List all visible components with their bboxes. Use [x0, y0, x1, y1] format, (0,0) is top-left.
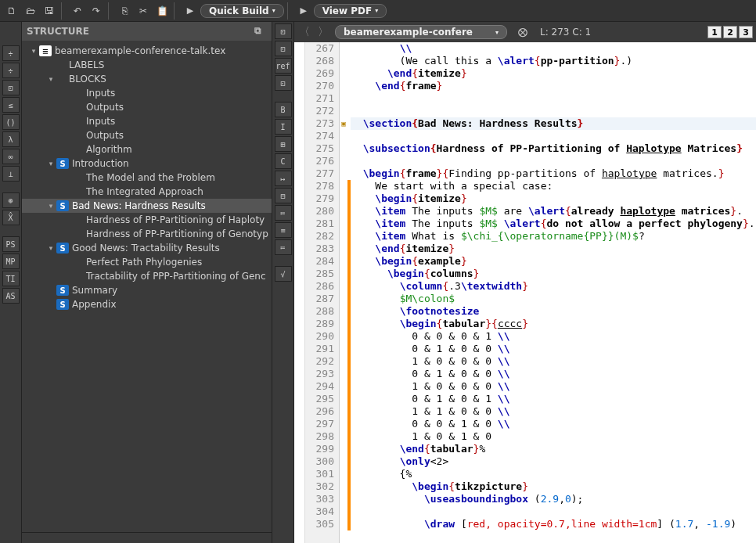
quick-build-dropdown[interactable]: Quick Build ▾	[200, 4, 284, 18]
editor-tool-button[interactable]: ⊡	[275, 41, 292, 56]
redo-icon[interactable]: ↷	[88, 2, 105, 20]
tree-item[interactable]: ▾SBad News: Hardness Results	[22, 199, 272, 213]
code-content[interactable]: \\ (We call this a \alert{pp-partition}.…	[351, 42, 756, 543]
tree-item-label: Tractability of PPP-Partitioning of Genc	[86, 271, 266, 282]
tree-item-label: Algorithm	[86, 144, 132, 155]
tree-expander-icon[interactable]: ▾	[28, 47, 39, 55]
editor-tool-button[interactable]: ≔	[275, 239, 292, 255]
tree-item[interactable]: ▾BLOCKS	[22, 72, 272, 86]
tree-item[interactable]: ▾SIntroduction	[22, 156, 272, 171]
tree-item-label: Summary	[72, 285, 117, 296]
view-pdf-label: View PDF	[322, 5, 373, 16]
structure-scrollbar[interactable]	[22, 532, 272, 543]
symbol-button[interactable]: PS	[2, 236, 20, 252]
copy-icon[interactable]: ⎘	[116, 2, 133, 20]
tree-item-label: The Model and the Problem	[86, 172, 215, 183]
tree-expander-icon[interactable]: ▾	[45, 244, 56, 252]
editor-tool-button[interactable]: ref	[275, 58, 292, 74]
tree-item[interactable]: ▾SGood News: Tractability Results	[22, 241, 272, 255]
save-icon[interactable]: 🖫	[41, 2, 58, 20]
tree-expander-icon[interactable]: ▾	[45, 160, 56, 167]
editor-tool-button[interactable]: ⊞	[275, 136, 292, 152]
bookmark-gutter[interactable]	[294, 42, 305, 543]
editor-tool-button[interactable]: C	[275, 153, 292, 169]
section-icon: S	[56, 243, 69, 254]
editor-tool-button[interactable]: B	[275, 102, 292, 117]
tree-item[interactable]: Hardness of PP-Partitioning of Genotyp	[22, 227, 272, 241]
tree-item[interactable]: Hardness of PP-Partitioning of Haploty	[22, 213, 272, 227]
panel-detach-icon[interactable]: ⧉	[254, 25, 267, 38]
layout-column-button[interactable]: 1	[707, 26, 722, 38]
symbol-button[interactable]: ÷	[2, 63, 20, 78]
symbol-button[interactable]: X̂	[2, 210, 20, 225]
symbol-button[interactable]: ≤	[2, 97, 20, 113]
tree-item-label: Hardness of PP-Partitioning of Haploty	[86, 214, 265, 225]
undo-icon[interactable]: ↶	[69, 2, 86, 20]
code-editor[interactable]: 2672682692702712722732742752762772782792…	[294, 42, 756, 543]
tree-item-label: LABELS	[69, 59, 104, 70]
tree-expander-icon[interactable]: ▾	[45, 202, 56, 210]
editor-tabbar: 〈 〉 beamerexample-confere ▾ ⨂ L: 273 C: …	[294, 22, 756, 42]
tree-item[interactable]: Algorithm	[22, 142, 272, 156]
new-file-icon[interactable]: 🗋	[3, 2, 20, 20]
fold-gutter[interactable]: ▣	[340, 42, 347, 543]
tree-item[interactable]: Inputs	[22, 114, 272, 128]
tree-item-label: Good News: Tractability Results	[72, 243, 220, 254]
editor-tool-button[interactable]: ⊡	[275, 75, 292, 91]
tree-item[interactable]: SSummary	[22, 283, 272, 297]
tab-close-icon[interactable]: ⨂	[518, 27, 527, 38]
tree-item[interactable]: ▾≡beamerexample-conference-talk.tex	[22, 44, 272, 58]
nav-forward-icon[interactable]: 〉	[316, 25, 330, 39]
run-icon[interactable]: ▶	[182, 2, 199, 20]
editor-tool-button[interactable]: √	[275, 266, 292, 282]
toolbar-separator	[287, 2, 292, 20]
tree-expander-icon[interactable]: ▾	[45, 75, 56, 83]
editor-tool-button[interactable]: ↦	[275, 171, 292, 186]
chevron-down-icon: ▾	[272, 7, 275, 14]
structure-tree[interactable]: ▾≡beamerexample-conference-talk.texLABEL…	[22, 41, 272, 532]
cut-icon[interactable]: ✂	[135, 2, 152, 20]
symbol-button[interactable]: ÷	[2, 45, 20, 61]
view-pdf-dropdown[interactable]: View PDF ▾	[314, 4, 387, 18]
layout-column-button[interactable]: 3	[739, 26, 753, 38]
editor-tool-button[interactable]: I	[275, 119, 292, 135]
editor-tool-button[interactable]: ≡	[275, 222, 292, 238]
editor-tool-button[interactable]: ⊟	[275, 188, 292, 203]
view-icon[interactable]: ▶	[295, 2, 312, 20]
symbol-button[interactable]: TI	[2, 271, 20, 286]
tree-item[interactable]: Outputs	[22, 100, 272, 114]
symbol-button[interactable]: AS	[2, 288, 20, 304]
tree-item[interactable]: SAppendix	[22, 297, 272, 311]
structure-title: STRUCTURE	[27, 26, 89, 37]
section-icon: S	[56, 158, 69, 169]
tree-item-label: Inputs	[86, 116, 115, 127]
symbol-button[interactable]: ⊡	[2, 80, 20, 95]
nav-back-icon[interactable]: 〈	[297, 25, 311, 39]
tree-item[interactable]: Inputs	[22, 86, 272, 100]
symbol-button[interactable]: MP	[2, 254, 20, 269]
tree-item[interactable]: The Integrated Approach	[22, 185, 272, 199]
tree-item[interactable]: LABELS	[22, 58, 272, 72]
tree-item-label: Perfect Path Phylogenies	[86, 257, 202, 268]
symbol-button[interactable]: ()	[2, 114, 20, 130]
editor-symbol-bar: ⊡⊡ref⊡BI⊞C↦⊟≔≡≔√	[272, 22, 294, 543]
tree-item-label: Appendix	[72, 299, 116, 310]
structure-panel: STRUCTURE ⧉ ▾≡beamerexample-conference-t…	[22, 22, 272, 543]
open-file-icon[interactable]: 🗁	[22, 2, 39, 20]
document-icon: ≡	[39, 45, 52, 56]
symbol-button[interactable]: ⊥	[2, 166, 20, 182]
symbol-button[interactable]: ∞	[2, 149, 20, 164]
main-area: ÷÷⊡≤()λ∞⊥⊛X̂PSMPTIAS STRUCTURE ⧉ ▾≡beame…	[0, 22, 756, 543]
symbol-button[interactable]: λ	[2, 131, 20, 147]
layout-column-button[interactable]: 2	[723, 26, 737, 38]
editor-tool-button[interactable]: ≔	[275, 205, 292, 221]
tree-item[interactable]: The Model and the Problem	[22, 171, 272, 185]
tree-item[interactable]: Tractability of PPP-Partitioning of Genc	[22, 269, 272, 283]
editor-tool-button[interactable]: ⊡	[275, 23, 292, 39]
symbol-button[interactable]: ⊛	[2, 192, 20, 208]
paste-icon[interactable]: 📋	[153, 2, 171, 20]
tree-item[interactable]: Outputs	[22, 128, 272, 142]
section-icon: S	[56, 200, 69, 211]
tree-item[interactable]: Perfect Path Phylogenies	[22, 255, 272, 269]
document-tab[interactable]: beamerexample-confere ▾	[335, 25, 507, 39]
